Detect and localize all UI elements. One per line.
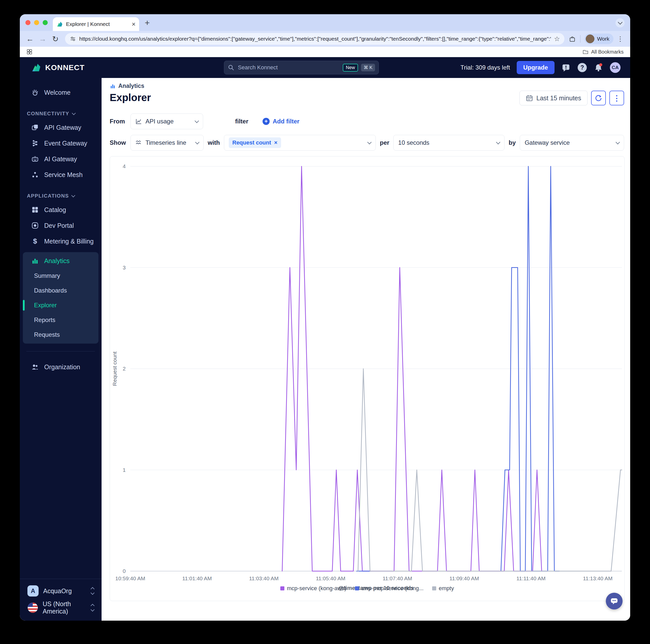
minimize-window-button[interactable]	[34, 20, 39, 25]
metric-dropdown[interactable]: Request count ×	[224, 135, 376, 151]
analytics-bars-icon	[110, 83, 116, 89]
profile-avatar	[586, 35, 594, 43]
region-switcher[interactable]: US (North America)	[20, 599, 102, 616]
legend-item[interactable]: aws-mcp-service (kong...	[355, 585, 424, 592]
sidebar-item-api-gateway[interactable]: API Gateway	[20, 119, 102, 135]
org-avatar: A	[28, 585, 39, 597]
help-button[interactable]: ?	[577, 63, 587, 72]
catalog-icon	[31, 206, 39, 214]
browser-tab[interactable]: Explorer | Konnect ×	[53, 17, 139, 31]
new-badge: New	[343, 64, 358, 72]
sidebar-item-explorer[interactable]: Explorer	[23, 298, 99, 313]
sort-chevrons-icon	[91, 587, 94, 594]
chevron-down-icon	[367, 140, 372, 144]
chart-card: 0123410:59:40 AM11:01:40 AM11:03:40 AM11…	[110, 156, 625, 601]
feedback-button[interactable]	[561, 63, 571, 72]
upgrade-button[interactable]: Upgrade	[517, 61, 554, 74]
refresh-icon	[594, 94, 602, 102]
section-label: CONNECTIVITY	[27, 111, 69, 116]
sidebar-item-label: API Gateway	[44, 124, 81, 131]
sidebar-item-requests[interactable]: Requests	[23, 327, 99, 342]
extensions-icon[interactable]	[569, 35, 576, 43]
chart-legend: mcp-service (kong-aws)aws-mcp-service (k…	[110, 585, 624, 592]
all-bookmarks[interactable]: All Bookmarks	[582, 49, 624, 55]
groupby-dropdown[interactable]: Gateway service	[520, 135, 624, 151]
sidebar-item-welcome[interactable]: Welcome	[20, 84, 102, 100]
granularity-dropdown[interactable]: 10 seconds	[393, 135, 505, 151]
timeseries-icon	[135, 139, 142, 146]
bookmark-star-icon[interactable]: ☆	[554, 35, 560, 43]
add-filter-button[interactable]: + Add filter	[262, 118, 299, 125]
user-avatar[interactable]: CA	[610, 62, 620, 73]
timeseries-chart[interactable]: 0123410:59:40 AM11:01:40 AM11:03:40 AM11…	[110, 156, 624, 601]
legend-swatch	[432, 586, 436, 591]
bookmarks-bar: All Bookmarks	[20, 47, 630, 57]
browser-toolbar: ← → ↻ https://cloud.konghq.com/us/analyt…	[20, 31, 630, 47]
org-switcher[interactable]: A AcquaOrg	[20, 582, 102, 599]
back-button[interactable]: ←	[24, 35, 36, 43]
close-window-button[interactable]	[25, 20, 31, 25]
konnect-logo[interactable]: KONNECT	[20, 62, 84, 73]
dollar-icon: $	[31, 237, 39, 245]
metric-chip[interactable]: Request count ×	[229, 137, 281, 148]
calendar-icon	[526, 95, 533, 102]
svg-text:4: 4	[123, 163, 126, 169]
search-input[interactable]	[238, 64, 340, 71]
sidebar-section-applications[interactable]: APPLICATIONS	[20, 190, 102, 202]
chat-widget-button[interactable]	[606, 593, 622, 609]
new-tab-button[interactable]: +	[145, 18, 150, 28]
legend-item[interactable]: mcp-service (kong-aws)	[280, 585, 346, 592]
sidebar-item-summary[interactable]: Summary	[23, 269, 99, 283]
time-range-button[interactable]: Last 15 minutes	[519, 91, 588, 105]
browser-profile-chip[interactable]: Work	[584, 34, 613, 44]
from-row: From API usage filter + Add filter	[110, 113, 624, 129]
analytics-bars-icon	[31, 257, 39, 264]
zoom-window-button[interactable]	[43, 20, 48, 25]
chip-remove-icon[interactable]: ×	[274, 139, 278, 146]
tab-strip: Explorer | Konnect × +	[20, 14, 630, 31]
forward-button[interactable]: →	[37, 35, 48, 43]
refresh-button[interactable]	[591, 91, 606, 105]
all-bookmarks-label: All Bookmarks	[591, 49, 624, 55]
sidebar-item-dev-portal[interactable]: Dev Portal	[20, 218, 102, 234]
api-gateway-icon	[31, 124, 39, 131]
sidebar-item-metering-billing[interactable]: $ Metering & Billing	[20, 234, 102, 249]
global-search[interactable]: New ⌘ K	[224, 61, 379, 74]
legend-swatch	[355, 586, 359, 591]
reload-button[interactable]: ↻	[50, 35, 61, 43]
chart-menu-button[interactable]: ⋮	[609, 91, 624, 105]
site-settings-icon[interactable]	[70, 36, 76, 42]
header-actions: Trial: 309 days left Upgrade ?	[460, 61, 630, 74]
legend-item[interactable]: empty	[432, 585, 454, 592]
sidebar-item-label: Event Gateway	[44, 140, 87, 147]
url-text[interactable]: https://cloud.konghq.com/us/analytics/ex…	[79, 36, 551, 42]
chevron-down-icon	[616, 140, 620, 144]
svg-text:11:05:40 AM: 11:05:40 AM	[316, 575, 345, 581]
org-name: AcquaOrg	[43, 587, 86, 595]
sidebar-item-label: Analytics	[44, 257, 70, 264]
sidebar-section-connectivity[interactable]: CONNECTIVITY	[20, 107, 102, 119]
browser-menu-button[interactable]: ⋮	[615, 35, 626, 43]
sidebar-item-catalog[interactable]: Catalog	[20, 202, 102, 218]
groupby-value: Gateway service	[525, 139, 570, 146]
address-bar[interactable]: https://cloud.konghq.com/us/analytics/ex…	[65, 33, 565, 45]
from-label: From	[110, 118, 127, 125]
sidebar-item-event-gateway[interactable]: Event Gateway	[20, 135, 102, 151]
breadcrumb[interactable]: Analytics	[110, 82, 624, 90]
chart-type-dropdown[interactable]: Timeseries line	[131, 135, 204, 151]
time-range-label: Last 15 minutes	[537, 95, 581, 102]
page-actions: Last 15 minutes ⋮	[519, 91, 624, 105]
sidebar-item-organization[interactable]: Organization	[20, 359, 102, 375]
sidebar-item-analytics[interactable]: Analytics	[23, 253, 99, 269]
tab-close-icon[interactable]: ×	[132, 21, 136, 28]
datasource-dropdown[interactable]: API usage	[131, 113, 203, 129]
tab-search-button[interactable]	[615, 18, 625, 28]
sidebar-item-dashboards[interactable]: Dashboards	[23, 283, 99, 298]
sidebar-item-reports[interactable]: Reports	[23, 313, 99, 327]
svg-text:11:09:40 AM: 11:09:40 AM	[449, 575, 479, 581]
sidebar-item-service-mesh[interactable]: Service Mesh	[20, 167, 102, 183]
people-icon	[31, 363, 39, 371]
apps-grid-icon[interactable]	[26, 49, 33, 55]
sidebar-item-ai-gateway[interactable]: AI Gateway	[20, 151, 102, 167]
notifications-button[interactable]	[593, 63, 603, 72]
